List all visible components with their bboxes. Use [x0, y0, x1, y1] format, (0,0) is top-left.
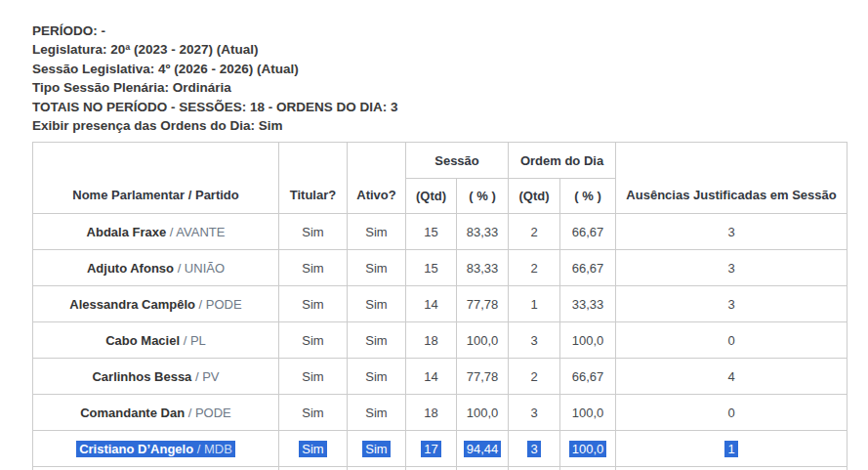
- titular-value: Sim: [299, 441, 326, 457]
- name-cell[interactable]: Cabo Maciel / PL: [33, 322, 279, 359]
- name-cell[interactable]: Comandante Dan / PODE: [33, 395, 279, 431]
- ausencias-value: 3: [724, 224, 737, 240]
- name-cell[interactable]: Adjuto Afonso / UNIÃO: [33, 250, 279, 286]
- ativo-cell: Sim: [348, 395, 406, 431]
- sessao-pct-cell: 77,78: [457, 359, 509, 395]
- ordem-pct-cell: 100,0: [560, 322, 616, 359]
- sessao-qtd-value: 18: [421, 405, 440, 421]
- ausencias-cell: 1: [616, 431, 847, 467]
- ativo-value: Sim: [362, 405, 390, 421]
- ordem-pct-cell: 33,33: [560, 286, 616, 322]
- ordem-qtd-cell: 3: [509, 431, 560, 467]
- parliamentarian-label: Abdala Fraxe / AVANTE: [84, 224, 228, 240]
- ordem-pct-value: 100,0: [569, 332, 607, 349]
- sessao-qtd-cell: 18: [406, 395, 457, 431]
- table-row[interactable]: Cabo Maciel / PL Sim Sim 18 100,0 3 100,…: [33, 322, 847, 359]
- ordem-pct-value: 33,33: [569, 296, 607, 313]
- party-name: PV: [202, 369, 219, 384]
- parliamentarian-label: Adjuto Afonso / UNIÃO: [84, 260, 227, 277]
- table-row[interactable]: Cristiano D’Angelo / MDB Sim Sim 17 94,4…: [33, 431, 847, 467]
- ativo-cell: Sim: [348, 250, 406, 286]
- parliamentarian-name: Abdala Fraxe: [87, 225, 167, 239]
- ordem-qtd-value: 2: [527, 260, 540, 277]
- sessao-qtd-cell: 17: [406, 431, 457, 467]
- col-group-sessao: Sessão: [406, 143, 509, 179]
- ordem-pct-value: 66,67: [569, 368, 607, 385]
- ativo-cell: Sim: [348, 322, 406, 359]
- table-header: Nome Parlamentar / Partido Titular? Ativ…: [33, 143, 847, 214]
- ativo-value: Sim: [362, 368, 390, 385]
- ativo-cell: Sim: [348, 214, 406, 250]
- ausencias-value: 3: [724, 260, 737, 277]
- sessao-pct-cell: 83,33: [457, 214, 509, 250]
- party-separator: /: [193, 442, 204, 456]
- sessao-qtd-value: 14: [421, 296, 440, 313]
- party-separator: /: [180, 333, 190, 348]
- ausencias-cell: 4: [616, 359, 847, 395]
- titular-cell: Sim: [279, 322, 348, 359]
- parliamentarian-label: Cabo Maciel / PL: [103, 332, 209, 349]
- party-separator: /: [185, 406, 195, 420]
- sessao-qtd-value: 15: [421, 224, 440, 240]
- ordem-pct-cell: 66,67: [560, 214, 616, 250]
- sessao-qtd-value: 14: [421, 368, 440, 385]
- name-cell[interactable]: Cristiano D’Angelo / MDB: [33, 431, 279, 467]
- ordem-qtd-value: 1: [527, 296, 540, 313]
- col-header-ordem-qtd: (Qtd): [509, 179, 560, 214]
- table-row[interactable]: Carlinhos Bessa / PV Sim Sim 14 77,78 2 …: [33, 359, 847, 395]
- party-name: PL: [190, 333, 206, 348]
- name-cell[interactable]: Abdala Fraxe / AVANTE: [33, 214, 279, 250]
- ordem-qtd-cell: 2: [509, 359, 560, 395]
- sessao-pct-value: 94,44: [464, 441, 502, 457]
- sessao-qtd-cell: 14: [406, 286, 457, 322]
- table-row[interactable]: Comandante Dan / PODE Sim Sim 18 100,0 3…: [33, 395, 847, 431]
- report-summary: PERÍODO: - Legislatura: 20ª (2023 - 2027…: [32, 21, 868, 135]
- sessao-pct-value: 77,78: [464, 368, 502, 385]
- ausencias-value: 0: [724, 332, 737, 349]
- party-separator: /: [174, 261, 185, 276]
- col-header-nome: Nome Parlamentar / Partido: [33, 143, 279, 214]
- ordem-qtd-cell: 3: [509, 395, 560, 431]
- parliamentarian-name: Alessandra Campêlo: [69, 297, 195, 312]
- name-cell[interactable]: Alessandra Campêlo / PODE: [33, 286, 279, 322]
- ordem-pct-cell: 66,67: [560, 250, 616, 286]
- parliamentarian-name: Cabo Maciel: [105, 333, 180, 348]
- ordem-pct-value: 100,0: [569, 441, 607, 457]
- ausencias-cell: 0: [616, 322, 847, 359]
- ausencias-value: 4: [724, 368, 737, 385]
- titular-cell: Sim: [279, 395, 348, 431]
- parliamentarian-name: Carlinhos Bessa: [92, 369, 191, 384]
- ativo-value: Sim: [362, 332, 390, 349]
- ordem-qtd-value: 2: [527, 224, 540, 240]
- name-cell[interactable]: Carlinhos Bessa / PV: [33, 359, 279, 395]
- titular-value: Sim: [299, 332, 326, 349]
- ordem-pct-cell: 100,0: [560, 431, 616, 467]
- ordem-pct-value: 66,67: [569, 260, 607, 277]
- sessao-qtd-cell: 15: [406, 250, 457, 286]
- titular-value: Sim: [299, 368, 326, 385]
- ordem-qtd-value: 2: [527, 368, 540, 385]
- sessao-pct-cell: 100,0: [457, 395, 509, 431]
- ausencias-value: 3: [724, 296, 737, 313]
- party-name: MDB: [204, 442, 232, 456]
- party-name: PODE: [206, 297, 242, 312]
- table-row[interactable]: Adjuto Afonso / UNIÃO Sim Sim 15 83,33 2…: [33, 250, 847, 286]
- table-row[interactable]: Alessandra Campêlo / PODE Sim Sim 14 77,…: [33, 286, 847, 322]
- col-header-sessao-pct: ( % ): [457, 179, 509, 214]
- titular-value: Sim: [299, 260, 326, 277]
- table-row[interactable]: Abdala Fraxe / AVANTE Sim Sim 15 83,33 2…: [33, 214, 847, 250]
- periodo-line: PERÍODO: -: [32, 21, 868, 40]
- sessao-qtd-value: 15: [421, 260, 440, 277]
- sessao-pct-value: 100,0: [464, 405, 502, 421]
- sessao-pct-value: 77,78: [464, 296, 502, 313]
- ordem-qtd-cell: 2: [509, 250, 560, 286]
- ausencias-value: 0: [724, 405, 737, 421]
- col-header-titular: Titular?: [279, 143, 348, 214]
- ordem-pct-cell: 100,0: [560, 395, 616, 431]
- parliamentarian-label: Carlinhos Bessa / PV: [89, 368, 222, 385]
- ausencias-cell: 3: [616, 250, 847, 286]
- sessao-qtd-value: 17: [421, 441, 440, 457]
- titular-cell: Sim: [279, 250, 348, 286]
- sessao-pct-cell: 100,0: [457, 322, 509, 359]
- sessao-pct-cell: 83,33: [457, 250, 509, 286]
